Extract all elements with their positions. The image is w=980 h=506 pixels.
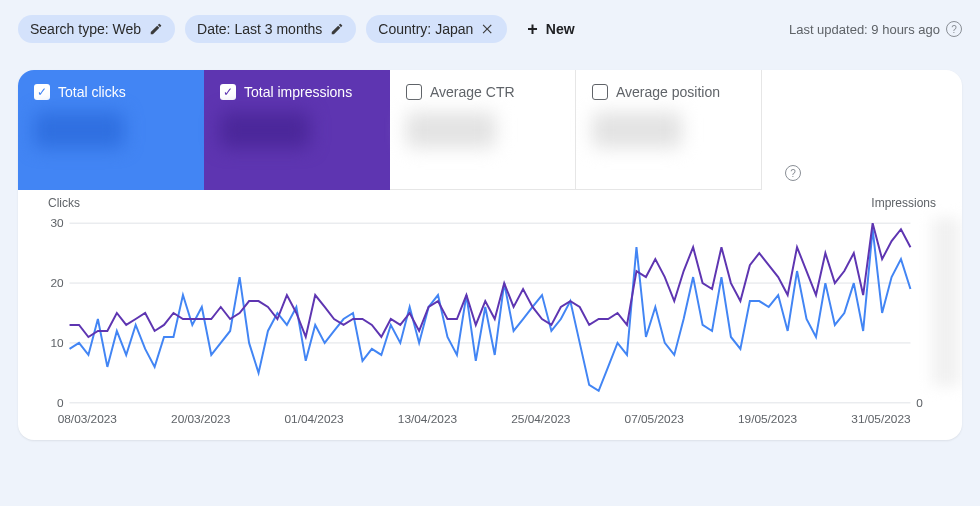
chip-label: Country: Japan [378, 21, 473, 37]
metric-value-blurred [220, 112, 310, 148]
pencil-icon [149, 22, 163, 36]
svg-text:01/04/2023: 01/04/2023 [284, 412, 344, 426]
metric-average-position[interactable]: Average position ? [576, 70, 762, 190]
svg-text:20: 20 [50, 276, 64, 290]
metric-total-impressions[interactable]: ✓ Total impressions [204, 70, 390, 190]
metric-label: Total impressions [244, 84, 352, 100]
checkbox-icon: ✓ [34, 84, 50, 100]
metric-total-clicks[interactable]: ✓ Total clicks [18, 70, 204, 190]
checkbox-icon [406, 84, 422, 100]
svg-text:30: 30 [50, 216, 64, 230]
metric-average-ctr[interactable]: Average CTR [390, 70, 576, 190]
y-axis-right-label: Impressions [871, 196, 936, 210]
svg-text:25/04/2023: 25/04/2023 [511, 412, 571, 426]
plus-icon: + [527, 20, 538, 38]
pencil-icon [330, 22, 344, 36]
performance-card: ✓ Total clicks ✓ Total impressions Avera… [18, 70, 962, 440]
svg-text:13/04/2023: 13/04/2023 [398, 412, 458, 426]
last-updated: Last updated: 9 hours ago ? [789, 21, 962, 37]
checkbox-icon [592, 84, 608, 100]
close-icon[interactable] [481, 22, 495, 36]
chip-label: Search type: Web [30, 21, 141, 37]
filter-bar: Search type: Web Date: Last 3 months Cou… [0, 0, 980, 52]
help-icon[interactable]: ? [946, 21, 962, 37]
y-axis-left-label: Clicks [48, 196, 80, 210]
svg-text:20/03/2023: 20/03/2023 [171, 412, 231, 426]
metric-value-blurred [592, 112, 682, 148]
filter-chip-search-type[interactable]: Search type: Web [18, 15, 175, 43]
new-label: New [546, 21, 575, 37]
help-icon[interactable]: ? [785, 165, 801, 181]
svg-text:31/05/2023: 31/05/2023 [851, 412, 911, 426]
right-axis-blurred [932, 218, 960, 386]
metric-label: Average position [616, 84, 720, 100]
svg-text:19/05/2023: 19/05/2023 [738, 412, 798, 426]
metric-toggle-row: ✓ Total clicks ✓ Total impressions Avera… [18, 70, 962, 190]
chart-svg: 0102030008/03/202320/03/202301/04/202313… [36, 198, 944, 428]
chart-area: Clicks Impressions 0102030008/03/202320/… [18, 190, 962, 440]
chip-label: Date: Last 3 months [197, 21, 322, 37]
metric-label: Average CTR [430, 84, 515, 100]
metric-value-blurred [406, 112, 496, 148]
svg-text:0: 0 [916, 396, 923, 410]
svg-text:0: 0 [57, 396, 64, 410]
svg-text:08/03/2023: 08/03/2023 [58, 412, 118, 426]
svg-text:07/05/2023: 07/05/2023 [625, 412, 685, 426]
metric-label: Total clicks [58, 84, 126, 100]
filter-chip-date[interactable]: Date: Last 3 months [185, 15, 356, 43]
filter-chip-country[interactable]: Country: Japan [366, 15, 507, 43]
new-filter-button[interactable]: + New [517, 14, 584, 44]
metric-value-blurred [34, 112, 124, 148]
svg-text:10: 10 [50, 336, 64, 350]
checkbox-icon: ✓ [220, 84, 236, 100]
